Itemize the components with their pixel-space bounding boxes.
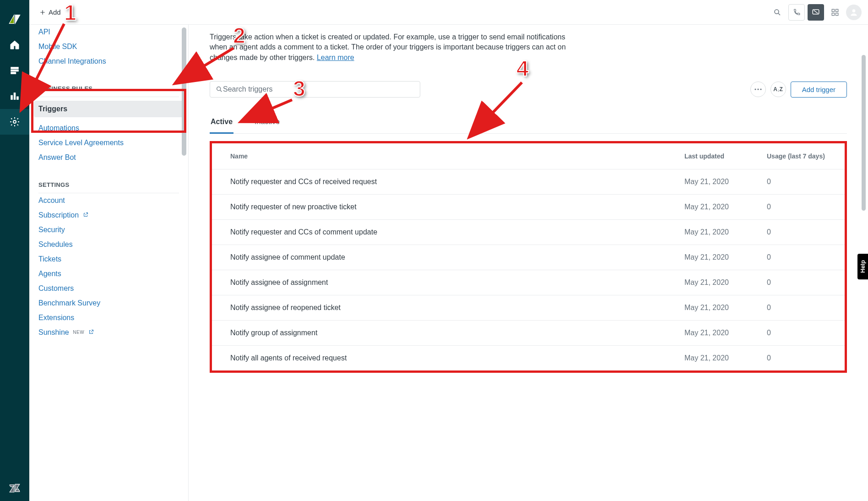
table-row[interactable]: Notify requester and CCs of comment upda… [212, 220, 845, 245]
cell-updated: May 21, 2020 [684, 195, 767, 220]
topbar: Add [29, 0, 868, 25]
cell-usage: 0 [767, 270, 845, 295]
cell-usage: 0 [767, 321, 845, 346]
tabs: Active Inactive [210, 118, 847, 134]
svg-rect-17 [836, 9, 838, 11]
rail-admin[interactable] [0, 109, 29, 135]
product-logo-icon [8, 13, 21, 26]
sidebar-item-benchmark[interactable]: Benchmark Survey [38, 296, 179, 310]
col-name: Name [212, 143, 684, 169]
plus-icon [39, 9, 46, 16]
sidebar-item-security[interactable]: Security [38, 223, 179, 237]
table-row[interactable]: Notify requester of new proactive ticket… [212, 195, 845, 220]
search-icon [773, 8, 781, 16]
learn-more-link[interactable]: Learn more [317, 54, 354, 61]
tab-inactive[interactable]: Inactive [254, 118, 281, 133]
rail-zendesk[interactable] [0, 475, 29, 501]
svg-point-24 [757, 89, 759, 90]
sidebar-item-schedules[interactable]: Schedules [38, 237, 179, 252]
az-sort-icon: A↓Z [773, 86, 783, 93]
sort-button[interactable]: A↓Z [770, 82, 786, 97]
tab-active[interactable]: Active [210, 118, 233, 134]
more-options-button[interactable] [750, 82, 766, 97]
add-trigger-button[interactable]: Add trigger [791, 82, 847, 98]
table-row[interactable]: Notify assignee of assignmentMay 21, 202… [212, 270, 845, 295]
svg-rect-4 [11, 72, 16, 74]
rail-home[interactable] [0, 32, 29, 58]
svg-rect-6 [14, 93, 16, 100]
topbar-avatar[interactable] [846, 5, 862, 20]
search-triggers[interactable] [210, 81, 420, 98]
add-button[interactable]: Add [36, 5, 65, 19]
rail-views[interactable] [0, 58, 29, 83]
triggers-table: Name Last updated Usage (last 7 days) No… [212, 143, 845, 370]
svg-rect-3 [11, 70, 19, 71]
cell-name: Notify requester and CCs of received req… [212, 169, 684, 195]
content-scrollbar[interactable] [862, 55, 866, 211]
rail-reports[interactable] [0, 83, 29, 109]
sidebar-item-sla[interactable]: Service Level Agreements [38, 136, 179, 150]
table-row[interactable]: Notify group of assignmentMay 21, 20200 [212, 321, 845, 346]
svg-marker-1 [15, 15, 20, 24]
rail-logo[interactable] [0, 6, 29, 32]
triggers-description: Triggers take action when a ticket is cr… [210, 32, 567, 63]
cell-updated: May 21, 2020 [684, 220, 767, 245]
svg-rect-18 [832, 13, 834, 15]
sidebar-item-subscription[interactable]: Subscription [38, 208, 179, 223]
home-icon [9, 39, 20, 50]
topbar-apps[interactable] [827, 4, 843, 21]
user-icon [849, 8, 858, 17]
table-row[interactable]: Notify all agents of received requestMay… [212, 346, 845, 371]
cell-updated: May 21, 2020 [684, 245, 767, 270]
sidebar-item-automations[interactable]: Automations [38, 121, 179, 136]
external-link-icon [83, 211, 88, 219]
cell-updated: May 21, 2020 [684, 270, 767, 295]
svg-point-25 [760, 89, 761, 90]
cell-usage: 0 [767, 245, 845, 270]
search-input[interactable] [223, 85, 414, 93]
table-row[interactable]: Notify assignee of reopened ticketMay 21… [212, 295, 845, 321]
svg-point-12 [775, 10, 779, 14]
table-row[interactable]: Notify requester and CCs of received req… [212, 169, 845, 195]
sidebar-item-triggers[interactable]: Triggers [34, 101, 184, 117]
cell-name: Notify requester and CCs of comment upda… [212, 220, 684, 245]
external-link-icon [88, 328, 94, 336]
bars-icon [10, 91, 20, 101]
col-usage: Usage (last 7 days) [767, 143, 845, 169]
sidebar-item-customers[interactable]: Customers [38, 281, 179, 296]
svg-point-20 [852, 9, 856, 12]
sidebar-section-business-rules: BUSINESS RULES [38, 81, 179, 97]
cell-name: Notify assignee of comment update [212, 245, 684, 270]
left-rail [0, 0, 29, 501]
sidebar-item-agents[interactable]: Agents [38, 267, 179, 281]
svg-line-13 [778, 13, 780, 15]
topbar-search[interactable] [769, 4, 786, 21]
sidebar-link-channel-integrations[interactable]: Channel Integrations [38, 54, 179, 69]
cell-name: Notify assignee of assignment [212, 270, 684, 295]
cell-updated: May 21, 2020 [684, 346, 767, 371]
search-icon [216, 86, 223, 93]
sidebar-link-mobile-sdk[interactable]: Mobile SDK [38, 39, 179, 54]
sidebar-scrollbar[interactable] [182, 27, 186, 156]
cell-updated: May 21, 2020 [684, 169, 767, 195]
zendesk-icon [9, 482, 21, 494]
topbar-chat[interactable] [808, 4, 824, 21]
col-updated: Last updated [684, 143, 767, 169]
sidebar-item-tickets[interactable]: Tickets [38, 252, 179, 267]
topbar-call[interactable] [788, 4, 805, 21]
sidebar-item-answer-bot[interactable]: Answer Bot [38, 150, 179, 165]
sidebar-item-extensions[interactable]: Extensions [38, 310, 179, 325]
svg-marker-0 [9, 15, 14, 24]
sidebar-item-label: Sunshine [38, 328, 69, 336]
table-row[interactable]: Notify assignee of comment updateMay 21,… [212, 245, 845, 270]
svg-rect-2 [11, 67, 19, 69]
sidebar-item-sunshine[interactable]: Sunshine NEW [38, 325, 179, 340]
svg-line-22 [220, 90, 222, 92]
svg-point-21 [217, 87, 221, 91]
svg-rect-7 [17, 97, 19, 99]
help-tab[interactable]: Help [857, 254, 868, 279]
apps-icon [831, 8, 839, 16]
admin-sidebar: API Mobile SDK Channel Integrations BUSI… [29, 25, 189, 501]
sidebar-link-api[interactable]: API [38, 25, 179, 39]
sidebar-item-account[interactable]: Account [38, 193, 179, 208]
